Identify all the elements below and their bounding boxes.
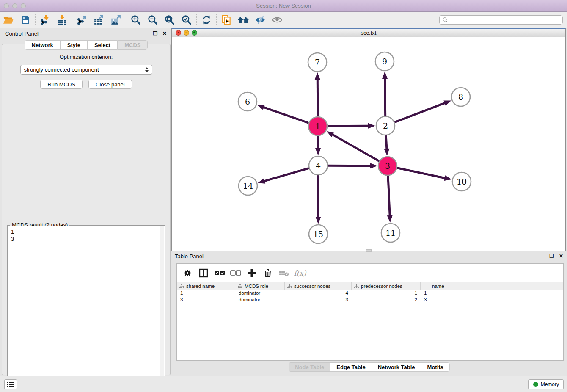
delete-icon[interactable] bbox=[261, 266, 275, 280]
tab-node-table[interactable]: Node Table bbox=[289, 362, 330, 372]
mcds-result-text[interactable]: 13 bbox=[8, 226, 160, 383]
node-label-11: 11 bbox=[385, 228, 396, 237]
zoom-in-button[interactable] bbox=[127, 13, 144, 27]
network-window-title: scc.txt bbox=[172, 30, 565, 36]
add-icon[interactable] bbox=[245, 266, 259, 280]
zoom-out-button[interactable] bbox=[144, 13, 161, 27]
tab-network-table[interactable]: Network Table bbox=[372, 362, 421, 372]
delete-table-icon[interactable] bbox=[277, 266, 291, 280]
refresh-button[interactable] bbox=[198, 13, 215, 27]
table-row[interactable]: 1dominator411 bbox=[177, 290, 563, 297]
cell-MCDS-role[interactable]: dominator bbox=[235, 290, 285, 297]
refresh-icon bbox=[201, 14, 212, 25]
tab-network[interactable]: Network bbox=[25, 40, 60, 50]
edge-arrowhead bbox=[370, 163, 377, 168]
float-panel-icon[interactable]: ❐ bbox=[152, 30, 159, 37]
table-rows: 1dominator4113dominator323 bbox=[177, 290, 563, 304]
zoom-selected-icon bbox=[181, 14, 192, 25]
import-network-icon bbox=[40, 14, 51, 25]
run-mcds-button[interactable]: Run MCDS bbox=[40, 80, 83, 89]
save-session-button[interactable] bbox=[17, 13, 34, 27]
clone-network-button[interactable] bbox=[218, 13, 235, 27]
show-all-button[interactable] bbox=[269, 13, 286, 27]
edge-4-14[interactable] bbox=[264, 168, 309, 181]
cell-name[interactable]: 1 bbox=[421, 290, 456, 297]
edge-3-11[interactable] bbox=[388, 175, 390, 216]
column-type-icon bbox=[287, 284, 292, 289]
status-bar: Memory bbox=[0, 376, 567, 392]
optimization-criterion-label: Optimization criterion: bbox=[2, 54, 170, 60]
toolbar-separator bbox=[196, 14, 197, 26]
cell-shared-name[interactable]: 1 bbox=[177, 290, 235, 297]
export-table-icon bbox=[94, 14, 105, 25]
network-window-titlebar[interactable]: × − + scc.txt bbox=[172, 29, 565, 37]
column-header-successor-nodes[interactable]: successor nodes bbox=[285, 282, 352, 290]
hide-selected-button[interactable] bbox=[252, 13, 269, 27]
node-label-3: 3 bbox=[385, 161, 390, 171]
open-file-button[interactable] bbox=[0, 13, 17, 27]
edge-1-6[interactable] bbox=[263, 107, 309, 123]
export-network-button[interactable] bbox=[74, 13, 91, 27]
column-header-predecessor-nodes[interactable]: predecessor nodes bbox=[352, 282, 421, 290]
result-scrollbar[interactable] bbox=[160, 226, 164, 383]
table-toolbar: f(x) bbox=[177, 264, 563, 282]
node-label-14: 14 bbox=[243, 181, 253, 190]
cell-successor-nodes[interactable]: 3 bbox=[285, 297, 352, 304]
export-image-button[interactable] bbox=[107, 13, 124, 27]
edge-4-3[interactable] bbox=[328, 166, 371, 166]
tab-edge-table[interactable]: Edge Table bbox=[330, 362, 371, 372]
tab-motifs[interactable]: Motifs bbox=[421, 362, 450, 372]
task-history-button[interactable] bbox=[4, 379, 17, 389]
column-header-name[interactable]: name bbox=[421, 282, 456, 290]
column-type-icon bbox=[238, 284, 242, 289]
close-panel-icon[interactable]: ✕ bbox=[161, 30, 168, 37]
edge-2-8[interactable] bbox=[394, 103, 446, 122]
zoom-fit-button[interactable] bbox=[161, 13, 178, 27]
column-label: name bbox=[432, 284, 444, 289]
column-header-shared-name[interactable]: shared name bbox=[177, 282, 235, 290]
select-none-icon[interactable] bbox=[228, 266, 243, 280]
import-table-button[interactable] bbox=[54, 13, 71, 27]
search-input[interactable] bbox=[450, 17, 560, 23]
home-button[interactable] bbox=[235, 13, 252, 27]
zoom-fit-icon bbox=[164, 14, 175, 25]
table-row[interactable]: 3dominator323 bbox=[177, 297, 563, 304]
mcds-panel: Optimization criterion: strongly connect… bbox=[2, 44, 171, 375]
search-box bbox=[439, 15, 563, 25]
cell-predecessor-nodes[interactable]: 1 bbox=[352, 290, 421, 297]
network-graph-canvas[interactable]: 7968124314101511 bbox=[172, 37, 565, 251]
edge-2-9[interactable] bbox=[385, 78, 385, 116]
cell-predecessor-nodes[interactable]: 2 bbox=[352, 297, 421, 304]
memory-button[interactable]: Memory bbox=[528, 379, 564, 389]
tab-mcds[interactable]: MCDS bbox=[117, 40, 148, 50]
cell-successor-nodes[interactable]: 4 bbox=[285, 290, 352, 297]
tab-style[interactable]: Style bbox=[60, 40, 87, 50]
columns-icon[interactable] bbox=[196, 266, 211, 280]
criterion-select[interactable]: strongly connected component bbox=[20, 65, 152, 75]
column-label: successor nodes bbox=[294, 284, 330, 289]
function-icon[interactable]: f(x) bbox=[293, 266, 307, 280]
zoom-selected-button[interactable] bbox=[178, 13, 195, 27]
edge-3-10[interactable] bbox=[397, 168, 446, 178]
column-header-MCDS-role[interactable]: MCDS role bbox=[235, 282, 285, 290]
export-table-button[interactable] bbox=[91, 13, 107, 27]
edge-arrowhead bbox=[384, 149, 389, 156]
float-panel-icon[interactable]: ❐ bbox=[548, 253, 555, 259]
select-all-icon[interactable] bbox=[212, 266, 227, 280]
gear-icon[interactable] bbox=[180, 266, 195, 280]
select-stepper-icon bbox=[145, 67, 149, 72]
close-panel-button[interactable]: Close panel bbox=[88, 80, 132, 89]
cell-name[interactable]: 3 bbox=[421, 297, 456, 304]
import-network-button[interactable] bbox=[37, 13, 54, 27]
tab-select[interactable]: Select bbox=[87, 40, 117, 50]
search-icon bbox=[442, 17, 448, 23]
node-label-4: 4 bbox=[316, 161, 321, 170]
edge-2-3[interactable] bbox=[386, 135, 387, 149]
table-panel-header: Table Panel ❐ ✕ bbox=[171, 251, 567, 261]
close-panel-icon[interactable]: ✕ bbox=[558, 253, 564, 259]
edge-1-2[interactable] bbox=[327, 126, 369, 126]
edge-3-1[interactable] bbox=[332, 134, 380, 161]
cell-shared-name[interactable]: 3 bbox=[177, 297, 235, 304]
edge-1-7[interactable] bbox=[317, 79, 318, 117]
cell-MCDS-role[interactable]: dominator bbox=[235, 297, 285, 304]
